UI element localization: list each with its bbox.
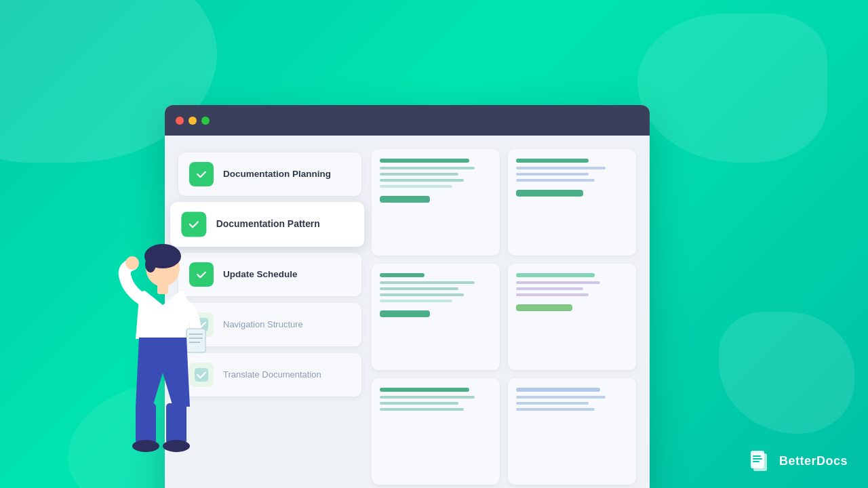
card-bar (516, 190, 583, 197)
svg-rect-11 (186, 329, 205, 352)
svg-point-18 (163, 440, 190, 452)
svg-point-9 (125, 256, 139, 270)
card-bar (516, 304, 572, 311)
card-line (516, 388, 600, 392)
svg-rect-1 (187, 218, 201, 232)
browser-content: Documentation Planning Documentation Pat… (165, 136, 650, 488)
window-controls (176, 117, 210, 125)
list-item-documentation-planning[interactable]: Documentation Planning (178, 152, 361, 196)
card-bar (380, 196, 430, 203)
browser-titlebar (165, 105, 650, 136)
character-illustration (102, 230, 210, 488)
card-line (380, 273, 425, 277)
card-bar (380, 310, 430, 317)
item-label-update-schedule: Update Schedule (223, 268, 298, 281)
card-2 (508, 149, 636, 256)
bg-blob-3 (719, 312, 854, 434)
item-label-navigation-structure: Navigation Structure (223, 319, 303, 331)
svg-point-7 (145, 256, 156, 272)
betterdocs-logo: BetterDocs (745, 447, 848, 474)
item-label-documentation-pattern: Documentation Pattern (216, 218, 320, 230)
line-group (380, 167, 492, 188)
checkmark-icon (195, 167, 208, 181)
right-panel (372, 149, 636, 485)
person-svg (102, 230, 210, 488)
line-group (516, 396, 628, 411)
card-6 (508, 378, 636, 485)
logo-text: BetterDocs (779, 454, 848, 468)
logo-icon (745, 447, 772, 474)
bg-blob-2 (637, 14, 827, 163)
check-icon-documentation-planning (189, 162, 214, 186)
card-4 (508, 264, 636, 370)
card-line (516, 159, 589, 163)
svg-rect-0 (195, 167, 208, 181)
svg-rect-15 (136, 403, 156, 444)
card-1 (372, 149, 500, 256)
item-label-translate-documentation: Translate Documentation (223, 369, 321, 381)
maximize-button[interactable] (201, 117, 210, 125)
card-line (516, 273, 595, 277)
browser-window: Documentation Planning Documentation Pat… (165, 105, 650, 488)
line-group (516, 167, 628, 182)
svg-rect-8 (157, 283, 168, 294)
card-3 (372, 264, 500, 370)
line-group (380, 396, 492, 411)
card-5 (372, 378, 500, 485)
line-group (380, 281, 492, 302)
card-line (380, 388, 469, 392)
close-button[interactable] (176, 117, 184, 125)
svg-point-17 (132, 440, 159, 452)
card-line (380, 159, 469, 163)
line-group (516, 281, 628, 296)
item-label-documentation-planning: Documentation Planning (223, 168, 331, 180)
checkmark-icon-active (187, 218, 201, 232)
svg-rect-16 (166, 403, 186, 444)
minimize-button[interactable] (189, 117, 197, 125)
